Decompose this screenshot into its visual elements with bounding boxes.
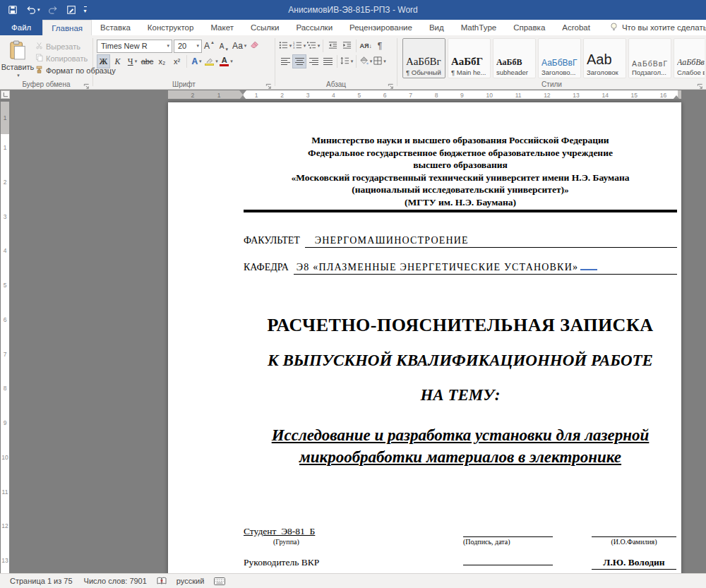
line-spacing-button[interactable]: ▾ — [340, 54, 354, 68]
sort-button[interactable]: АЯ↓ — [359, 39, 373, 53]
keyboard-icon[interactable] — [210, 577, 229, 585]
tab-mathtype[interactable]: MathType — [453, 20, 505, 35]
align-left-button[interactable] — [278, 54, 292, 68]
change-case-label: Аа — [232, 41, 243, 51]
font-size-combo[interactable]: 20 ▾ — [174, 40, 202, 53]
topic-title: Исследование и разработка установки для … — [244, 424, 677, 468]
numbering-button[interactable]: 123▾ — [292, 39, 306, 53]
tab-selector[interactable] — [1, 90, 10, 99]
tell-me[interactable]: Что вы хотите сделать? — [610, 20, 706, 35]
header-line: «Московский государственный технический … — [244, 172, 677, 184]
tab-home[interactable]: Главная — [42, 20, 92, 35]
word-count[interactable]: Число слов: 7901 — [78, 577, 152, 585]
highlight-button[interactable]: ▾ — [204, 54, 219, 68]
document-subtitle: К ВЫПУСКНОЙ КВАЛИФИКАЦИОННОЙ РАБОТЕ — [244, 351, 677, 371]
page-indicator[interactable]: Страница 1 из 75 — [4, 577, 78, 585]
ruler-number: 13 — [573, 92, 579, 99]
style-heading1[interactable]: АаБбВвГ Заголово... — [538, 38, 581, 78]
font-row-1: Times New R ▾ 20 ▾ А▲ А▼ Аа▾ — [97, 38, 272, 54]
style-label: Слабое в... — [677, 68, 705, 76]
horizontal-ruler[interactable]: 21 12345678910111213141516 — [0, 90, 706, 100]
font-family-combo[interactable]: Times New R ▾ — [97, 40, 172, 53]
vertical-ruler[interactable]: 1 12345678910111213 — [1, 102, 9, 574]
button-separator — [186, 55, 187, 68]
superscript-button[interactable]: x² — [169, 54, 184, 68]
ruler-number: 8 — [4, 385, 7, 392]
paste-button[interactable]: Вставить ▾ — [1, 37, 34, 79]
multilevel-list-button[interactable]: ▾ — [306, 39, 321, 53]
decrease-indent-button[interactable] — [325, 39, 340, 53]
italic-button[interactable]: К — [110, 54, 125, 68]
save-button[interactable] — [6, 3, 19, 17]
style-subtle-emphasis[interactable]: АаБбВв Слабое в... — [674, 38, 705, 78]
font-color-label: А — [222, 56, 227, 64]
titlebar: ▾ ▾ АнисимовИВ-Э8-81Б-РПЗ - Word — [0, 0, 706, 20]
document-area[interactable]: 1 12345678910111213 Министерство науки и… — [0, 99, 706, 574]
ruler-number: 10 — [1, 454, 8, 461]
tab-acrobat[interactable]: Acrobat — [554, 20, 599, 35]
redo-icon — [48, 5, 59, 15]
proofing-errors-icon[interactable] — [152, 577, 171, 585]
grow-font-button[interactable]: А▲ — [202, 39, 217, 53]
styles-dialog-launcher[interactable] — [697, 80, 704, 87]
justify-button[interactable] — [321, 54, 335, 68]
header-line: (МГТУ им. Н.Э. Баумана) — [244, 196, 677, 209]
language-indicator[interactable]: русский — [171, 577, 210, 585]
button-separator — [337, 55, 337, 68]
clipboard-dialog-launcher[interactable] — [83, 80, 90, 87]
first-line-indent-marker[interactable] — [239, 90, 246, 95]
tab-help[interactable]: Справка — [505, 20, 554, 35]
page-content: Министерство науки и высшего образования… — [168, 102, 681, 570]
copy-label: Копировать — [46, 54, 88, 63]
borders-button[interactable]: ▾ — [373, 54, 387, 68]
style-main-heading[interactable]: АаБбГ ¶ Main he... — [448, 38, 491, 78]
tab-design[interactable]: Конструктор — [139, 20, 203, 35]
style-label: ¶ Обычный — [406, 68, 442, 76]
chevron-down-icon: ▾ — [383, 59, 386, 64]
strikethrough-button[interactable]: abc — [140, 54, 155, 68]
ruler-number: 11 — [2, 488, 8, 496]
shrink-font-button[interactable]: А▼ — [217, 39, 232, 53]
increase-indent-button[interactable] — [340, 39, 354, 53]
quick-access-toolbar: ▾ ▾ — [0, 3, 88, 17]
bullets-button[interactable]: ▾ — [278, 39, 292, 53]
underline-button[interactable]: Ч▾ — [125, 54, 140, 68]
student-line: Студент_Э8-81_Б — [244, 526, 315, 536]
multilevel-list-icon — [307, 40, 316, 52]
bold-button[interactable]: Ж — [97, 54, 110, 68]
ruler-number: 2 — [191, 92, 195, 99]
redo-button[interactable] — [47, 3, 60, 17]
paragraph-dialog-launcher[interactable] — [388, 80, 395, 87]
font-size-value: 20 — [178, 42, 186, 50]
change-case-button[interactable]: Аа▾ — [232, 39, 247, 53]
subscript-button[interactable]: x₂ — [155, 54, 169, 68]
align-right-button[interactable] — [306, 54, 321, 68]
style-title[interactable]: Аab Заголовок — [583, 38, 626, 78]
cut-label: Вырезать — [46, 42, 80, 51]
group-styles: АаБбВг ¶ Обычный АаБбГ ¶ Main he... АаБб… — [397, 35, 706, 89]
undo-button[interactable]: ▾ — [24, 3, 42, 17]
shading-button[interactable]: ▾ — [359, 54, 373, 68]
customize-qat-button[interactable]: ▾ — [83, 3, 88, 17]
tab-layout[interactable]: Макет — [202, 20, 242, 35]
font-dialog-launcher[interactable] — [265, 80, 273, 87]
clear-formatting-button[interactable] — [247, 39, 262, 53]
font-color-button[interactable]: А ▾ — [219, 54, 234, 68]
tab-view[interactable]: Вид — [421, 20, 453, 35]
indent-icon — [342, 40, 352, 52]
document-page[interactable]: Министерство науки и высшего образования… — [168, 102, 681, 574]
style-subheader[interactable]: АаБбВ subheader — [493, 38, 536, 78]
name-caption: (И.О.Фамилия) — [592, 538, 676, 546]
tab-file[interactable]: Файл — [0, 20, 42, 35]
draw-mode-button[interactable] — [65, 3, 78, 17]
style-subtitle[interactable]: АаБбВвГ Подзагол... — [628, 38, 671, 78]
align-center-button[interactable] — [292, 54, 306, 68]
tab-mailings[interactable]: Рассылки — [287, 20, 341, 35]
tab-review[interactable]: Рецензирование — [341, 20, 421, 35]
text-effects-button[interactable]: А▾ — [189, 54, 204, 68]
style-normal[interactable]: АаБбВг ¶ Обычный — [402, 38, 445, 78]
supervisor-row: Руководитель ВКР Л.Ю. Володин — [244, 554, 677, 570]
show-marks-button[interactable]: ¶ — [373, 39, 387, 53]
tab-insert[interactable]: Вставка — [92, 20, 139, 35]
tab-references[interactable]: Ссылки — [242, 20, 288, 35]
